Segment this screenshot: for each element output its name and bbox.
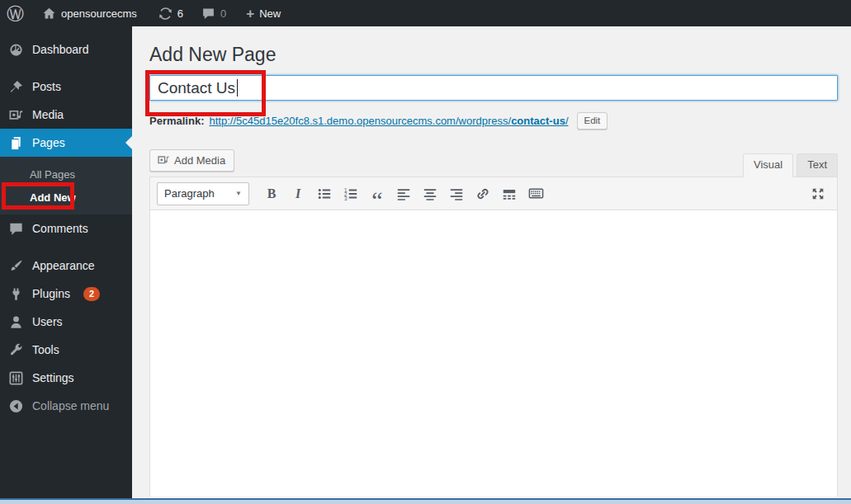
numbered-list-button[interactable]: 123 xyxy=(338,182,363,205)
sidebar-item-label: Posts xyxy=(32,80,61,93)
sidebar-item-label: Collapse menu xyxy=(32,399,109,412)
site-name-menu[interactable]: opensourcecms xyxy=(35,0,144,26)
permalink-link[interactable]: http://5c45d15e20fc8.s1.demo.opensourcec… xyxy=(209,115,568,127)
align-left-icon xyxy=(396,186,411,201)
paragraph-format-value: Paragraph xyxy=(164,187,215,200)
align-right-button[interactable] xyxy=(444,182,469,205)
page-title-input[interactable]: Contact Us xyxy=(149,75,838,101)
keyboard-icon xyxy=(528,186,544,201)
updates-menu[interactable]: 6 xyxy=(152,0,190,26)
collapse-arrow-icon xyxy=(7,398,24,414)
wordpress-admin-page: Ⓦ opensourcecms 6 0 + New xyxy=(0,0,851,504)
add-media-label: Add Media xyxy=(174,154,225,167)
distraction-free-button[interactable] xyxy=(806,182,830,205)
sidebar-item-media[interactable]: Media xyxy=(0,101,132,129)
menu-separator xyxy=(0,243,132,252)
comments-menu[interactable]: 0 xyxy=(195,0,233,26)
sidebar-item-label: Tools xyxy=(32,343,59,356)
site-name-label: opensourcecms xyxy=(61,7,137,20)
pages-icon xyxy=(7,134,24,151)
align-right-icon xyxy=(449,186,464,201)
tab-visual[interactable]: Visual xyxy=(743,153,793,177)
insert-read-more-button[interactable] xyxy=(497,182,522,205)
sidebar-item-tools[interactable]: Tools xyxy=(0,336,132,364)
tab-text[interactable]: Text xyxy=(797,153,838,177)
main-content: Add New Page Contact Us Permalink: http:… xyxy=(132,26,851,498)
user-icon xyxy=(7,313,24,330)
page-title: Add New Page xyxy=(149,43,838,67)
add-media-button[interactable]: Add Media xyxy=(149,149,234,172)
submenu-item-all-pages[interactable]: All Pages xyxy=(0,163,132,186)
editor-toolbar: Paragraph ▼ B I 123 “ xyxy=(150,177,837,210)
editor-top-row: Add Media Visual Text xyxy=(149,149,838,177)
updates-icon xyxy=(158,7,173,21)
align-center-button[interactable] xyxy=(418,182,442,205)
updates-count: 6 xyxy=(177,7,183,20)
plugin-icon xyxy=(7,285,24,302)
numbered-list-icon: 123 xyxy=(343,186,358,201)
add-media-icon xyxy=(157,153,170,167)
comment-bubble-icon xyxy=(201,7,215,21)
permalink-slug: contact-us xyxy=(511,115,565,127)
italic-button[interactable]: I xyxy=(286,182,310,205)
comments-count: 0 xyxy=(220,7,226,20)
sidebar-item-dashboard[interactable]: Dashboard xyxy=(0,35,132,64)
dashboard-icon xyxy=(7,41,24,58)
visual-editor: Paragraph ▼ B I 123 “ xyxy=(149,177,838,497)
align-center-icon xyxy=(423,186,437,201)
permalink-base: http://5c45d15e20fc8.s1.demo.opensourcec… xyxy=(209,115,511,127)
bold-button[interactable]: B xyxy=(259,182,284,205)
menu-separator xyxy=(0,64,132,73)
new-content-menu[interactable]: + New xyxy=(239,0,287,26)
media-icon xyxy=(7,106,24,123)
sidebar-item-label: Pages xyxy=(32,136,65,149)
align-left-button[interactable] xyxy=(391,182,416,205)
chevron-down-icon: ▼ xyxy=(235,190,242,197)
sidebar-item-settings[interactable]: Settings xyxy=(0,364,132,392)
comments-icon xyxy=(7,220,24,237)
wordpress-logo-icon: Ⓦ xyxy=(7,5,24,22)
plugins-update-badge: 2 xyxy=(83,287,100,301)
sidebar-item-plugins[interactable]: Plugins 2 xyxy=(0,280,132,308)
submenu-item-label: All Pages xyxy=(30,168,75,181)
link-chain-icon xyxy=(475,186,490,201)
permalink-label: Permalink: xyxy=(149,115,204,127)
edit-permalink-button[interactable]: Edit xyxy=(577,112,608,130)
paragraph-format-dropdown[interactable]: Paragraph ▼ xyxy=(157,182,249,205)
admin-sidebar: Dashboard Posts Media Pages All Pages xyxy=(0,26,132,498)
pushpin-icon xyxy=(7,78,24,95)
sidebar-item-label: Settings xyxy=(32,371,74,384)
sidebar-item-users[interactable]: Users xyxy=(0,308,132,336)
sidebar-item-collapse-menu[interactable]: Collapse menu xyxy=(0,392,132,420)
submenu-item-add-new[interactable]: Add New xyxy=(0,186,132,209)
sidebar-item-pages[interactable]: Pages xyxy=(0,129,132,157)
pages-submenu: All Pages Add New xyxy=(0,157,132,214)
svg-text:3: 3 xyxy=(344,195,347,201)
page-title-input-value: Contact Us xyxy=(158,79,235,97)
wordpress-logo-menu[interactable]: Ⓦ xyxy=(0,0,31,26)
blockquote-button[interactable]: “ xyxy=(365,182,390,205)
sidebar-item-comments[interactable]: Comments xyxy=(0,214,132,243)
fullscreen-arrows-icon xyxy=(811,186,825,201)
editor-mode-tabs: Visual Text xyxy=(743,153,838,177)
sidebar-item-label: Media xyxy=(32,108,64,121)
bulleted-list-icon xyxy=(317,186,332,201)
insert-link-button[interactable] xyxy=(470,182,495,205)
editor-content-area[interactable] xyxy=(150,210,837,497)
read-more-tag-icon xyxy=(502,186,517,201)
home-icon xyxy=(42,7,56,21)
sidebar-item-label: Comments xyxy=(32,222,88,235)
bulleted-list-button[interactable] xyxy=(312,182,337,205)
sidebar-item-label: Dashboard xyxy=(32,43,89,56)
settings-sliders-icon xyxy=(7,370,24,386)
permalink-row: Permalink: http://5c45d15e20fc8.s1.demo.… xyxy=(149,112,838,130)
sidebar-item-label: Appearance xyxy=(32,259,95,272)
sidebar-item-label: Users xyxy=(32,315,63,328)
text-cursor xyxy=(237,79,239,97)
toolbar-toggle-button[interactable] xyxy=(523,182,548,205)
wrench-icon xyxy=(7,341,24,358)
sidebar-item-label: Plugins xyxy=(32,287,70,300)
submenu-item-label: Add New xyxy=(30,191,76,204)
sidebar-item-appearance[interactable]: Appearance xyxy=(0,252,132,280)
sidebar-item-posts[interactable]: Posts xyxy=(0,73,132,101)
